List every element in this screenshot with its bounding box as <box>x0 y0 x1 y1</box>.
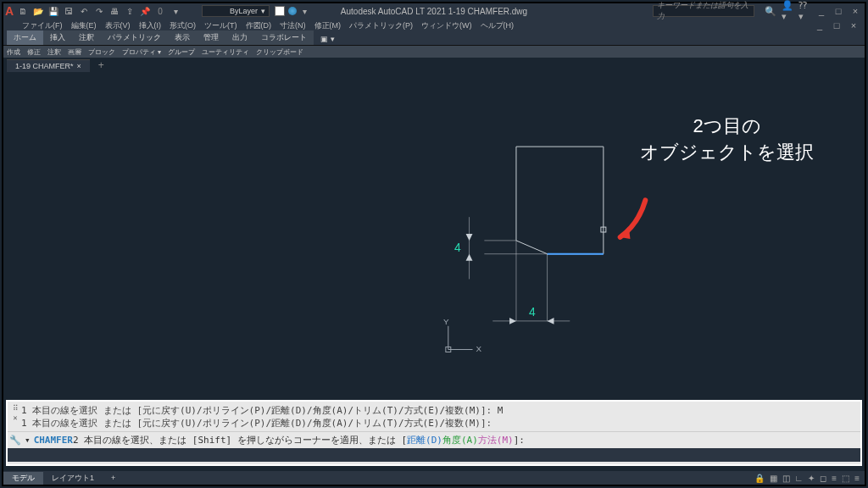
dim-arrow <box>466 254 473 261</box>
menu-draw[interactable]: 作図(D) <box>244 20 274 31</box>
save-icon[interactable]: 💾 <box>47 5 59 17</box>
command-history-line: 1 本目の線を選択 または [元に戻す(U)/ポリライン(P)/距離(D)/角度… <box>21 404 859 417</box>
status-units-icon[interactable]: ⬚ <box>842 474 849 483</box>
menu-edit[interactable]: 編集(E) <box>70 20 98 31</box>
panel-properties[interactable]: プロパティ ▾ <box>122 47 161 57</box>
print-icon[interactable]: 🖶 <box>108 5 120 17</box>
title-bar: A 🗎 📂 💾 🖫 ↶ ↷ 🖶 ⇪ 📌 0 ▾ ByLayer ▾ ▾ Auto… <box>3 3 865 19</box>
doc-close-button[interactable]: × <box>848 19 860 31</box>
tab-layout1[interactable]: レイアウト1 <box>43 472 103 485</box>
minimize-button[interactable]: _ <box>815 5 827 17</box>
dropdown-icon[interactable]: ▾ <box>170 5 181 17</box>
panel-layer[interactable]: 画層 <box>68 47 81 57</box>
visual-style-icon[interactable] <box>288 7 297 15</box>
panel-clipboard[interactable]: クリップボード <box>256 47 303 57</box>
ucs-icon: X Y <box>443 317 482 354</box>
ribbon-tab-output[interactable]: 出力 <box>225 30 254 45</box>
panel-create[interactable]: 作成 <box>7 47 20 57</box>
status-osnap-icon[interactable]: ◻ <box>820 474 826 483</box>
status-grid-icon[interactable]: ▦ <box>770 474 777 483</box>
menu-parametric[interactable]: パラメトリック(P) <box>348 20 415 31</box>
ribbon-tab-view[interactable]: 表示 <box>168 30 197 45</box>
doc-minimize-button[interactable]: _ <box>814 19 826 31</box>
panel-utility[interactable]: ユーティリティ <box>202 47 249 57</box>
search-input[interactable]: キーワードまたは語句を入力 <box>653 5 754 17</box>
ribbon-tabs: ホーム 挿入 注釈 パラメトリック 表示 管理 出力 コラボレート ▣ ▾ <box>3 32 865 46</box>
ribbon-tab-more[interactable]: ▣ ▾ <box>314 33 342 45</box>
menu-dimension[interactable]: 寸法(N) <box>278 20 308 31</box>
color-swatch[interactable] <box>275 6 285 16</box>
menu-window[interactable]: ウィンドウ(W) <box>420 20 474 31</box>
open-icon[interactable]: 📂 <box>32 5 44 17</box>
pin-icon[interactable]: 📌 <box>139 5 151 17</box>
search-icon[interactable]: 🔍 <box>765 5 776 17</box>
status-snap-icon[interactable]: ◫ <box>782 474 790 483</box>
panel-modify[interactable]: 修正 <box>27 47 41 57</box>
maximize-button[interactable]: □ <box>832 5 844 17</box>
dim-arrow <box>466 234 473 241</box>
drawing-canvas[interactable]: 4 4 X Y 2つ目の オブジェクトを選択 <box>3 73 865 391</box>
signin-icon[interactable]: 👤▾ <box>782 5 793 17</box>
status-lock-icon[interactable]: 🔒 <box>754 474 765 483</box>
command-line[interactable]: 🔧 ▾ CHAMFER 2 本目の線を選択、または [Shift] を押しながら… <box>8 431 860 448</box>
ribbon-tab-manage[interactable]: 管理 <box>197 30 225 45</box>
annotation-line2: オブジェクトを選択 <box>640 140 814 166</box>
command-window[interactable]: ⠿✕ 1 本目の線を選択 または [元に戻す(U)/ポリライン(P)/距離(D)… <box>6 400 862 466</box>
saveall-icon[interactable]: 🖫 <box>63 5 75 17</box>
cmd-caret-icon: ▾ <box>25 435 31 446</box>
ribbon-tab-insert[interactable]: 挿入 <box>43 30 72 45</box>
command-history: ⠿✕ 1 本目の線を選択 または [元に戻す(U)/ポリライン(P)/距離(D)… <box>8 402 860 431</box>
status-polar-icon[interactable]: ✦ <box>808 474 815 483</box>
menu-format[interactable]: 形式(O) <box>168 20 198 31</box>
redo-icon[interactable]: ↷ <box>93 5 105 17</box>
ribbon-tab-parametric[interactable]: パラメトリック <box>101 30 168 45</box>
file-tab[interactable]: 1-19 CHAMFER* × <box>7 59 90 72</box>
status-lwt-icon[interactable]: ≡ <box>832 474 837 483</box>
share-icon[interactable]: ⇪ <box>124 5 136 17</box>
help-icon[interactable]: ⁇▾ <box>798 5 810 17</box>
search-placeholder: キーワードまたは語句を入力 <box>657 0 750 22</box>
status-bar: モデル レイアウト1 + 🔒 ▦ ◫ ∟ ✦ ◻ ≡ ⬚ ≡ <box>3 471 865 485</box>
menu-insert[interactable]: 挿入(I) <box>137 20 164 31</box>
menu-file[interactable]: ファイル(F) <box>20 20 64 31</box>
doc-restore-button[interactable]: □ <box>831 19 843 31</box>
file-tab-close-icon[interactable]: × <box>77 62 81 70</box>
undo-icon[interactable]: ↶ <box>78 5 90 17</box>
panel-block[interactable]: ブロック <box>88 47 115 57</box>
ribbon-tab-annotate[interactable]: 注釈 <box>72 30 101 45</box>
quick-access-toolbar: 🗎 📂 💾 🖫 ↶ ↷ 🖶 ⇪ 📌 0 ▾ <box>17 5 181 17</box>
more-icon[interactable]: ▾ <box>298 5 310 17</box>
status-ortho-icon[interactable]: ∟ <box>795 474 804 483</box>
ribbon-tab-collaborate[interactable]: コラボレート <box>254 30 314 45</box>
ribbon-tab-home[interactable]: ホーム <box>7 30 43 45</box>
drawing-rectangle <box>516 147 604 254</box>
customize-icon[interactable]: 🔧 <box>9 435 21 446</box>
count-badge: 0 <box>154 5 166 17</box>
file-tab-label: 1-19 CHAMFER* <box>15 62 74 70</box>
cmd-param-angle[interactable]: 角度(A) <box>442 434 478 446</box>
dim-arrow <box>548 318 554 324</box>
status-right: 🔒 ▦ ◫ ∟ ✦ ◻ ≡ ⬚ ≡ <box>754 474 865 483</box>
layer-dropdown[interactable]: ByLayer ▾ <box>202 5 270 17</box>
menu-modify[interactable]: 修正(M) <box>313 20 343 31</box>
panel-group[interactable]: グループ <box>168 47 195 57</box>
tab-model[interactable]: モデル <box>3 472 43 485</box>
cmd-param-distance[interactable]: 距離(D) <box>407 434 442 446</box>
close-button[interactable]: × <box>849 5 861 17</box>
cmd-drag-handle-icon[interactable]: ⠿✕ <box>9 404 21 430</box>
app-logo[interactable]: A <box>5 4 14 18</box>
new-tab-button[interactable]: + <box>93 58 109 73</box>
annotation-arrowhead <box>620 226 631 239</box>
new-icon[interactable]: 🗎 <box>17 5 29 17</box>
svg-text:X: X <box>476 344 481 353</box>
tab-add[interactable]: + <box>103 473 124 483</box>
menu-view[interactable]: 表示(V) <box>103 20 132 31</box>
cmd-param-method[interactable]: 方法(M) <box>478 434 514 446</box>
svg-text:Y: Y <box>443 317 449 326</box>
menu-tools[interactable]: ツール(T) <box>203 20 239 31</box>
menu-help[interactable]: ヘルプ(H) <box>479 20 516 31</box>
panel-annotation[interactable]: 注釈 <box>47 47 61 57</box>
status-more-icon[interactable]: ≡ <box>854 474 860 483</box>
cmd-prompt-end: ]: <box>514 435 525 446</box>
dim-value-horiz: 4 <box>529 305 536 319</box>
